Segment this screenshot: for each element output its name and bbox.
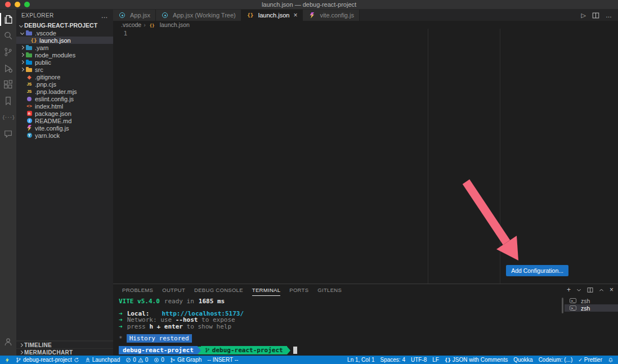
tree-item-node-modules[interactable]: node_modules — [16, 51, 113, 59]
status-eol[interactable]: LF — [429, 356, 442, 364]
status-indentation[interactable]: Spaces: 4 — [377, 356, 407, 364]
tree-item-yarn-lock[interactable]: yarn.lock — [16, 132, 113, 139]
close-window-button[interactable] — [5, 2, 11, 7]
help-keys: h + enter — [149, 323, 183, 330]
status-counter[interactable]: 0 — [151, 356, 167, 364]
minimize-window-button[interactable] — [15, 2, 20, 7]
status-problems[interactable]: 0 0 — [123, 356, 151, 364]
split-editor-icon[interactable] — [592, 12, 599, 19]
error-icon — [126, 357, 131, 363]
panel-tab-output[interactable]: OUTPUT — [158, 284, 190, 296]
tab-launch-json[interactable]: launch.json × — [241, 10, 303, 21]
tree-item-launch-json[interactable]: launch.json — [16, 37, 113, 44]
terminal-scrollbar[interactable] — [562, 298, 563, 313]
breadcrumb-folder[interactable]: .vscode — [121, 21, 141, 28]
panel-tab-gitlens[interactable]: GITLENS — [313, 284, 346, 296]
panel-tab-problems[interactable]: PROBLEMS — [118, 284, 158, 296]
new-terminal-icon[interactable]: + — [567, 287, 571, 293]
tree-item-yarn-folder[interactable]: .yarn — [16, 44, 113, 51]
readme-icon — [25, 118, 33, 124]
panel-tab-ports[interactable]: PORTS — [285, 284, 313, 296]
prettier-label: Prettier — [584, 357, 602, 363]
close-tab-icon[interactable]: × — [293, 12, 297, 18]
encoding-label: UTF-8 — [411, 357, 427, 363]
explorer-more-actions-icon[interactable]: … — [101, 14, 108, 17]
zoom-window-button[interactable] — [24, 2, 30, 7]
activity-extensions[interactable] — [0, 77, 16, 93]
codeium-label: Codeium: (...) — [539, 357, 573, 363]
project-root-row[interactable]: DEBUG-REACT-PROJECT — [16, 21, 113, 29]
tree-item-public[interactable]: public — [16, 59, 113, 66]
maximize-panel-icon[interactable] — [598, 287, 604, 293]
project-root-label: DEBUG-REACT-PROJECT — [24, 22, 97, 29]
tree-item-pnp-cjs[interactable]: .pnp.cjs — [16, 80, 113, 88]
tab-app-jsx[interactable]: App.jsx — [113, 10, 156, 21]
terminal-icon — [569, 298, 577, 304]
vite-icon — [308, 12, 316, 19]
activity-search[interactable] — [0, 28, 16, 44]
status-launchpad[interactable]: Launchpad — [82, 356, 123, 364]
chevron-down-icon[interactable] — [576, 287, 582, 293]
run-icon[interactable]: ▷ — [581, 12, 586, 19]
arrow-icon: ➜ — [119, 323, 123, 330]
terminal-list-item-zsh-1[interactable]: zsh — [565, 297, 618, 304]
editor-ruler — [500, 29, 500, 284]
tree-item-readme[interactable]: README.md — [16, 117, 113, 124]
panel-tab-terminal[interactable]: TERMINAL — [248, 284, 285, 296]
activity-explorer[interactable] — [0, 11, 16, 28]
split-terminal-icon[interactable] — [587, 287, 593, 293]
tree-item-index-html[interactable]: index.html — [16, 102, 113, 110]
terminal-line-history: History restored — [119, 335, 565, 342]
tree-item-package-json[interactable]: package.json — [16, 110, 113, 117]
tree-item-pnp-loader-mjs[interactable]: .pnp.loader.mjs — [16, 88, 113, 95]
status-language[interactable]: {} JSON with Comments — [442, 356, 510, 364]
tree-item-vscode[interactable]: .vscode — [16, 29, 113, 37]
activity-snippets[interactable]: {···} — [0, 109, 16, 125]
tab-vite-config[interactable]: vite.config.js — [303, 10, 360, 21]
status-encoding[interactable]: UTF-8 — [408, 356, 429, 364]
tree-item-src[interactable]: src — [16, 66, 113, 73]
titlebar: launch.json — debug-react-project — [0, 0, 618, 10]
breadcrumb-file[interactable]: launch.json — [160, 21, 190, 28]
file-tree: .vscode launch.json .yarn node_modules — [16, 29, 113, 340]
panel-tab-bar: PROBLEMS OUTPUT DEBUG CONSOLE TERMINAL P… — [113, 284, 618, 296]
status-prettier[interactable]: ✓ Prettier — [575, 356, 605, 364]
tab-label: App.jsx (Working Tree) — [173, 12, 236, 19]
status-vim-mode[interactable]: -- INSERT -- — [204, 356, 241, 364]
activity-bookmarks[interactable] — [0, 93, 16, 109]
chat-icon — [3, 129, 13, 138]
powerline-separator — [287, 347, 290, 354]
tree-item-vite-config[interactable]: vite.config.js — [16, 124, 113, 132]
tree-item-eslint-config[interactable]: eslint.config.js — [16, 95, 113, 102]
activity-source-control[interactable] — [0, 44, 16, 60]
window-title: launch.json — debug-react-project — [0, 1, 618, 8]
terminal-list-item-zsh-2[interactable]: zsh — [565, 304, 618, 312]
terminal-prompt[interactable]: debug-react-project debug-react-project — [119, 346, 565, 354]
tab-label: launch.json — [258, 12, 290, 19]
close-panel-icon[interactable]: × — [610, 287, 613, 293]
folder-vscode-icon — [25, 30, 33, 37]
html-icon — [25, 103, 33, 110]
panel-tab-debug-console[interactable]: DEBUG CONSOLE — [190, 284, 248, 296]
help-text: press — [127, 323, 150, 330]
editor[interactable]: 1 Add Configuration... — [113, 29, 618, 284]
activity-account[interactable] — [0, 334, 16, 350]
terminal[interactable]: VITE v5.4.0ready in1685 ms ➜Local:http:/… — [113, 296, 565, 356]
vite-banner: VITE v5.4.0 — [119, 298, 160, 305]
status-cursor-position[interactable]: Ln 1, Col 1 — [344, 356, 377, 364]
more-actions-icon[interactable]: … — [606, 12, 612, 19]
tree-item-gitignore[interactable]: .gitignore — [16, 73, 113, 80]
activity-run-debug[interactable] — [0, 60, 16, 77]
timeline-section[interactable]: TIMELINE — [16, 341, 113, 348]
annotation-arrow — [459, 176, 530, 272]
tab-app-jsx-working-tree[interactable]: App.jsx (Working Tree) — [156, 10, 241, 21]
status-branch[interactable]: debug-react-project — [13, 356, 82, 364]
status-codeium[interactable]: Codeium: (...) — [536, 356, 576, 364]
activity-chat[interactable] — [0, 125, 16, 142]
status-quokka[interactable]: Quokka — [510, 356, 535, 364]
mermaidchart-section[interactable]: MERMAIDCHART — [16, 348, 113, 356]
status-remote[interactable] — [2, 356, 13, 364]
status-notifications[interactable] — [605, 356, 616, 364]
add-configuration-button[interactable]: Add Configuration... — [506, 265, 568, 276]
status-git-graph[interactable]: Git Graph — [167, 356, 204, 364]
